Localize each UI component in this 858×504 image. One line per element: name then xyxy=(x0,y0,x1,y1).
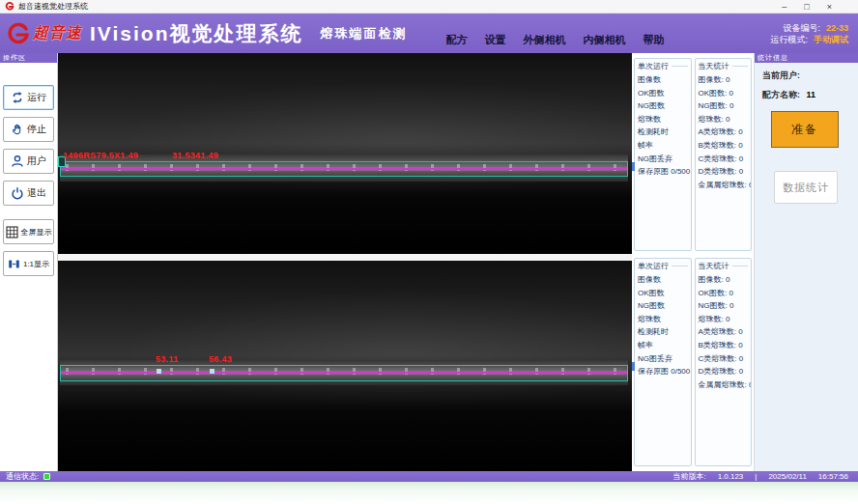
today-stats-groupbox: 当天统计 图像数: 0 OK图数: 0 NG图数: 0 熔珠数: 0 A类熔珠数… xyxy=(695,258,753,466)
recipe-name-label: 配方名称: xyxy=(762,90,800,99)
menu-settings[interactable]: 设置 xyxy=(484,33,505,47)
run-mode-row: 运行模式: 手动调试 xyxy=(770,34,848,45)
brand-swoosh-icon xyxy=(6,22,31,45)
stat-row: OK图数: 0 xyxy=(699,287,749,300)
operation-sidebar: 操作区 运行 停止 xyxy=(0,53,58,471)
stop-button-label: 停止 xyxy=(27,123,46,136)
bead-center-line xyxy=(61,168,627,170)
one-to-one-button[interactable]: 1:1显示 xyxy=(3,251,54,276)
stat-row: NG图数 xyxy=(638,299,688,313)
stat-row: 检测耗时 xyxy=(638,126,688,139)
stat-row: D类熔珠数: 0 xyxy=(699,365,749,378)
app-logo-icon xyxy=(5,2,14,11)
menu-outer-camera[interactable]: 外侧相机 xyxy=(523,33,565,47)
comm-status-label: 通信状态: xyxy=(6,471,39,482)
single-run-title: 单次运行 xyxy=(638,261,688,271)
stat-row: NG图数: 0 xyxy=(699,99,749,113)
single-run-groupbox: 单次运行 图像数 OK图数 NG图数 熔珠数 检测耗时 帧率 NG图丢弃 保存原… xyxy=(634,258,692,466)
bead-strip-image xyxy=(60,154,628,182)
stat-row: A类熔珠数: 0 xyxy=(699,325,749,339)
stat-row: 检测耗时 xyxy=(638,325,688,339)
today-stats-groupbox: 当天统计 图像数: 0 OK图数: 0 NG图数: 0 熔珠数: 0 A类熔珠数… xyxy=(695,58,753,251)
fullscreen-button-label: 全屏显示 xyxy=(21,227,52,238)
info-panel: 统计信息 当前用户: 配方名称: 11 准备 数据统计 xyxy=(754,53,858,471)
minimize-icon[interactable]: – xyxy=(782,1,786,13)
stat-row: 金属屑熔珠数: 0 xyxy=(699,179,749,192)
stat-row: 熔珠数 xyxy=(638,313,688,326)
stat-row: 图像数: 0 xyxy=(699,73,749,87)
measurement-annotation: 56.43 xyxy=(209,354,232,364)
stat-row: NG图数 xyxy=(638,99,688,113)
user-icon xyxy=(11,154,24,168)
desktop-strip xyxy=(0,482,858,504)
run-mode-label: 运行模式: xyxy=(770,34,808,45)
prepare-button[interactable]: 准备 xyxy=(771,111,839,148)
sidebar-buttons: 运行 停止 用户 退出 xyxy=(0,63,57,276)
device-info: 设备编号: 22-33 运行模式: 手动调试 xyxy=(770,22,848,45)
maximize-icon[interactable]: □ xyxy=(804,1,809,13)
defect-spot xyxy=(157,369,161,374)
info-panel-title: 统计信息 xyxy=(755,53,858,63)
one-to-one-button-label: 1:1显示 xyxy=(23,259,49,269)
stat-row: 熔珠数 xyxy=(638,113,688,126)
stop-hand-icon xyxy=(11,123,24,136)
brand-name: 超音速 xyxy=(33,23,82,43)
version-value: 1.0.123 xyxy=(718,472,744,481)
status-time: 16:57:56 xyxy=(818,472,848,481)
stat-row: A类熔珠数: 0 xyxy=(699,126,749,139)
exit-button[interactable]: 退出 xyxy=(3,181,54,206)
window-title: 超音速视觉处理系统 xyxy=(18,1,88,12)
main-menu: 配方 设置 外侧相机 内侧相机 帮助 xyxy=(445,33,664,53)
fullscreen-button[interactable]: 全屏显示 xyxy=(3,219,54,244)
stat-row: C类熔珠数: 0 xyxy=(699,352,749,366)
stat-row: 保存原图 0/500 xyxy=(638,165,688,179)
bead-center-line xyxy=(61,372,627,374)
stat-row: NG图丢弃 xyxy=(638,153,688,166)
stat-row: C类熔珠数: 0 xyxy=(699,153,749,166)
run-button-label: 运行 xyxy=(27,91,46,104)
stat-row: B类熔珠数: 0 xyxy=(699,339,749,352)
comm-status-indicator xyxy=(43,473,50,480)
stat-row: 帧率 xyxy=(638,139,688,153)
run-icon xyxy=(11,91,24,104)
measurement-annotation: 31.5341.49 xyxy=(172,151,218,160)
splitter-grip[interactable] xyxy=(632,162,635,171)
defect-spot xyxy=(210,369,214,374)
close-icon[interactable]: × xyxy=(827,1,832,13)
device-number-label: 设备编号: xyxy=(783,22,820,34)
camera-viewport-top[interactable]: 1496RS79.5X1.49 31.5341.49 xyxy=(58,53,632,254)
stat-row: NG图数: 0 xyxy=(699,299,749,313)
splitter-grip[interactable] xyxy=(632,362,635,371)
app-subtitle: 熔珠端面检测 xyxy=(320,25,407,42)
statistics-columns: 单次运行 图像数 OK图数 NG图数 熔珠数 检测耗时 帧率 NG图丢弃 保存原… xyxy=(632,53,754,471)
menu-recipe[interactable]: 配方 xyxy=(445,33,467,47)
exit-button-label: 退出 xyxy=(27,186,46,200)
menu-help[interactable]: 帮助 xyxy=(643,33,664,47)
one-to-one-icon xyxy=(8,258,20,270)
status-bar: 通信状态: 当前版本: 1.0.123 | 2025/02/11 16:57:5… xyxy=(0,471,858,482)
stat-row: 熔珠数: 0 xyxy=(699,113,749,126)
stat-row: OK图数 xyxy=(638,287,688,300)
stat-row: 图像数: 0 xyxy=(699,273,749,287)
stat-row: 图像数 xyxy=(638,273,688,287)
app-header: 超音速 IVision视觉处理系统 熔珠端面检测 配方 设置 外侧相机 内侧相机… xyxy=(0,14,858,53)
os-titlebar: 超音速视觉处理系统 – □ × xyxy=(0,0,858,14)
recipe-name-value: 11 xyxy=(807,90,816,99)
measurement-annotation: 1496RS79.5X1.49 xyxy=(63,151,138,160)
single-run-groupbox: 单次运行 图像数 OK图数 NG图数 熔珠数 检测耗时 帧率 NG图丢弃 保存原… xyxy=(634,58,692,251)
app-title: IVision视觉处理系统 xyxy=(90,20,302,47)
run-button[interactable]: 运行 xyxy=(3,85,54,110)
today-stats-title: 当天统计 xyxy=(699,261,749,271)
menu-inner-camera[interactable]: 内侧相机 xyxy=(583,33,625,47)
status-separator: | xyxy=(755,472,757,481)
status-date: 2025/02/11 xyxy=(768,472,806,481)
camera-viewport-bottom[interactable]: 53.11 56.43 xyxy=(58,261,632,471)
user-button[interactable]: 用户 xyxy=(3,149,54,174)
window-controls: – □ × xyxy=(782,1,832,13)
data-statistics-button[interactable]: 数据统计 xyxy=(774,171,838,204)
stat-row: D类熔珠数: 0 xyxy=(699,165,749,179)
stop-button[interactable]: 停止 xyxy=(3,117,54,142)
version-label: 当前版本: xyxy=(672,471,705,482)
recipe-row: 配方名称: 11 xyxy=(762,89,858,101)
current-user-label: 当前用户: xyxy=(762,70,800,80)
